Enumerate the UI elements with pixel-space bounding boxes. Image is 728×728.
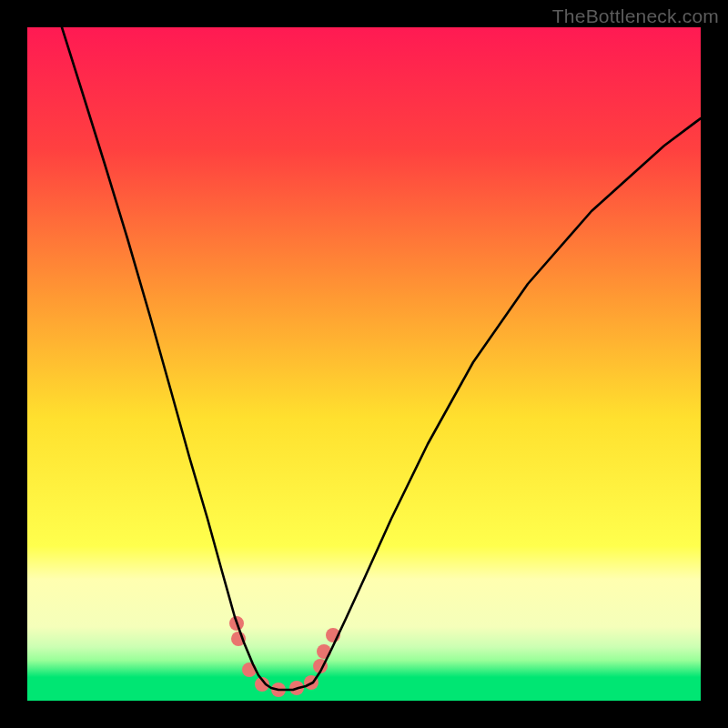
chart-frame [27, 27, 701, 701]
watermark-text: TheBottleneck.com [552, 5, 719, 27]
chart-svg [27, 27, 701, 701]
chart-background [27, 27, 701, 701]
